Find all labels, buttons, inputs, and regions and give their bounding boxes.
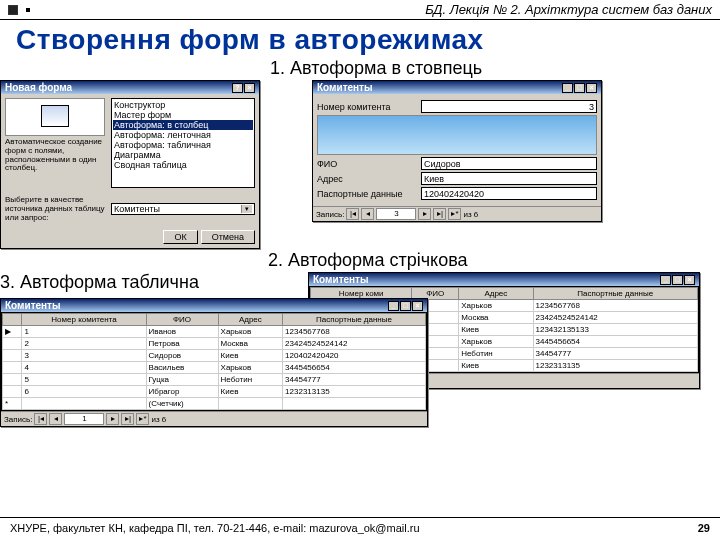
list-item[interactable]: Конструктор — [113, 100, 253, 110]
source-combo[interactable]: Комитенты ▾ — [111, 203, 255, 215]
close-icon[interactable]: × — [244, 83, 255, 93]
nav-last-icon[interactable]: ▸| — [121, 413, 134, 425]
column-form-window: Комитенты _□× Номер комитента3 ФИОСидоро… — [312, 80, 602, 222]
list-item[interactable]: Автоформа: табличная — [113, 140, 253, 150]
minimize-icon[interactable]: _ — [660, 275, 671, 285]
maximize-icon[interactable]: □ — [400, 301, 411, 311]
column-header[interactable]: Паспортные данные — [533, 288, 698, 300]
new-form-dialog: Новая форма ?× Автоматическое создание ф… — [0, 80, 260, 249]
list-item[interactable]: Сводная таблица — [113, 160, 253, 170]
table-row[interactable]: 5ГуцкаНеботин34454777 — [3, 374, 426, 386]
nav-first-icon[interactable]: |◂ — [34, 413, 47, 425]
minimize-icon[interactable]: _ — [562, 83, 573, 93]
window-titlebar[interactable]: Комитенты _□× — [313, 81, 601, 94]
cancel-button[interactable]: Отмена — [201, 230, 255, 244]
nav-first-icon[interactable]: |◂ — [346, 208, 359, 220]
column-header[interactable]: Паспортные данные — [283, 314, 426, 326]
background-image — [317, 115, 597, 155]
field-input-pass[interactable]: 120402420420 — [421, 187, 597, 200]
maximize-icon[interactable]: □ — [574, 83, 585, 93]
field-label: Адрес — [317, 174, 417, 184]
list-item[interactable]: Мастер форм — [113, 110, 253, 120]
field-input-fio[interactable]: Сидоров — [421, 157, 597, 170]
form-type-list[interactable]: КонструкторМастер формАвтоформа: в столб… — [111, 98, 255, 188]
field-input-num[interactable]: 3 — [421, 100, 597, 113]
chevron-down-icon[interactable]: ▾ — [241, 205, 252, 213]
close-icon[interactable]: × — [586, 83, 597, 93]
tabular-form-window: Комитенты _□× Номер комитентаФИОАдресПас… — [0, 298, 428, 427]
window-title: Комитенты — [313, 274, 369, 285]
header-bullet-square — [8, 5, 18, 15]
slide-header: БД. Лекція № 2. Архітктура систем баз да… — [0, 0, 720, 20]
record-navigator: Запись: |◂ ◂ 1 ▸ ▸| ▸* из 6 — [1, 411, 427, 426]
column-header[interactable]: Адрес — [459, 288, 533, 300]
list-item[interactable]: Диаграмма — [113, 150, 253, 160]
list-item[interactable]: Автоформа: ленточная — [113, 130, 253, 140]
slide-footer: ХНУРЕ, факультет КН, кафедра ПІ, тел. 70… — [0, 517, 720, 534]
main-title: Створення форм в авторежимах — [0, 20, 720, 58]
table-row[interactable]: 6ИбрагорКиев1232313135 — [3, 386, 426, 398]
table-row[interactable]: ▶1ИвановХарьков1234567768 — [3, 326, 426, 338]
minimize-icon[interactable]: _ — [388, 301, 399, 311]
nav-current[interactable]: 1 — [64, 413, 104, 425]
nav-last-icon[interactable]: ▸| — [433, 208, 446, 220]
field-input-addr[interactable]: Киев — [421, 172, 597, 185]
nav-next-icon[interactable]: ▸ — [418, 208, 431, 220]
table-row[interactable]: *(Счетчик) — [3, 398, 426, 410]
dialog-title: Новая форма — [5, 82, 72, 93]
datasheet-grid[interactable]: Номер комитентаФИОАдресПаспортные данные… — [1, 312, 427, 411]
content-area: 1. Автоформа в стовпець 2. Автоформа стр… — [0, 58, 720, 488]
nav-new-icon[interactable]: ▸* — [136, 413, 149, 425]
form-preview-icon — [41, 105, 69, 127]
help-icon[interactable]: ? — [232, 83, 243, 93]
nav-next-icon[interactable]: ▸ — [106, 413, 119, 425]
close-icon[interactable]: × — [684, 275, 695, 285]
hint-text-1: Автоматическое создание форм с полями, р… — [5, 136, 105, 175]
dialog-titlebar[interactable]: Новая форма ?× — [1, 81, 259, 94]
close-icon[interactable]: × — [412, 301, 423, 311]
column-header[interactable] — [3, 314, 22, 326]
field-label: Паспортные данные — [317, 189, 417, 199]
window-title: Комитенты — [5, 300, 61, 311]
nav-prev-icon[interactable]: ◂ — [49, 413, 62, 425]
header-bullet-dot — [26, 8, 30, 12]
nav-of: из 6 — [463, 210, 478, 219]
footer-text: ХНУРЕ, факультет КН, кафедра ПІ, тел. 70… — [10, 522, 420, 534]
window-titlebar[interactable]: Комитенты _□× — [309, 273, 699, 286]
lecture-title: БД. Лекція № 2. Архітктура систем баз да… — [38, 2, 712, 17]
table-row[interactable]: 4ВасильевХарьков3445456654 — [3, 362, 426, 374]
record-navigator: Запись: |◂ ◂ 3 ▸ ▸| ▸* из 6 — [313, 206, 601, 221]
list-item[interactable]: Автоформа: в столбец — [113, 120, 253, 130]
nav-label: Запись: — [4, 415, 32, 424]
table-row[interactable]: 3СидоровКиев120402420420 — [3, 350, 426, 362]
nav-prev-icon[interactable]: ◂ — [361, 208, 374, 220]
subtitle-3: 3. Автоформа таблична — [0, 272, 199, 293]
ok-button[interactable]: ОК — [163, 230, 197, 244]
page-number: 29 — [698, 522, 710, 534]
nav-new-icon[interactable]: ▸* — [448, 208, 461, 220]
field-label: Номер комитента — [317, 102, 417, 112]
nav-label: Запись: — [316, 210, 344, 219]
window-title: Комитенты — [317, 82, 373, 93]
subtitle-2: 2. Автоформа стрічкова — [268, 250, 468, 271]
nav-current[interactable]: 3 — [376, 208, 416, 220]
table-row[interactable]: 2ПетроваМосква23424524524142 — [3, 338, 426, 350]
subtitle-1: 1. Автоформа в стовпець — [270, 58, 482, 79]
hint-text-2: Выберите в качестве источника данных таб… — [5, 194, 105, 224]
field-label: ФИО — [317, 159, 417, 169]
window-titlebar[interactable]: Комитенты _□× — [1, 299, 427, 312]
nav-of: из 6 — [151, 415, 166, 424]
column-header[interactable]: Адрес — [218, 314, 283, 326]
combo-value: Комитенты — [114, 204, 160, 214]
column-header[interactable]: ФИО — [146, 314, 218, 326]
column-header[interactable]: Номер комитента — [22, 314, 146, 326]
maximize-icon[interactable]: □ — [672, 275, 683, 285]
